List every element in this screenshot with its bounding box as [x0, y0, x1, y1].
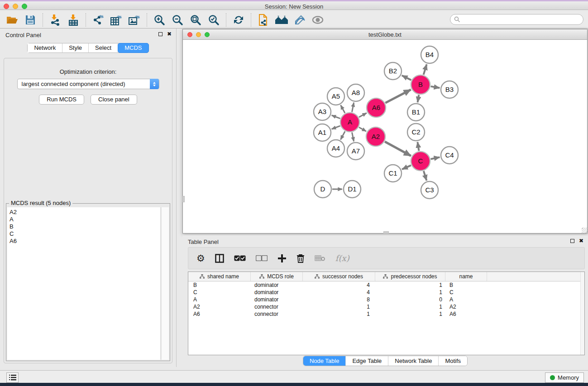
- edge-C-C3[interactable]: [424, 171, 427, 181]
- node-label-C4: C4: [445, 151, 454, 159]
- edge-A6-B[interactable]: [385, 90, 411, 103]
- tab-network-table[interactable]: Network Table: [388, 356, 439, 366]
- tab-node-table[interactable]: Node Table: [303, 356, 346, 366]
- table-row[interactable]: A2connector11A2: [188, 303, 584, 310]
- add-column-icon[interactable]: [277, 254, 287, 263]
- result-item[interactable]: A6: [10, 238, 160, 245]
- control-panel: Control Panel ✖ NetworkStyleSelectMCDS O…: [0, 29, 177, 367]
- edge-A-A2[interactable]: [359, 127, 366, 131]
- function-builder-icon[interactable]: f(x): [335, 253, 349, 263]
- edge-B-B2[interactable]: [402, 76, 411, 80]
- table-row[interactable]: A6connector11A6: [188, 310, 584, 318]
- edge-A-A4[interactable]: [340, 131, 345, 139]
- export-image-icon[interactable]: [128, 13, 141, 27]
- result-list-scrollbar[interactable]: [161, 207, 169, 360]
- export-table-icon[interactable]: [110, 13, 123, 27]
- tab-network[interactable]: Network: [28, 43, 62, 52]
- trash-icon[interactable]: [296, 254, 305, 263]
- network-hscroll-thumb[interactable]: [383, 231, 389, 234]
- network-vscroll-thumb[interactable]: [182, 196, 185, 202]
- list-icon: [9, 375, 16, 381]
- result-item[interactable]: A: [10, 216, 160, 223]
- edge-B-B3[interactable]: [431, 86, 440, 88]
- eye-icon[interactable]: [311, 13, 325, 27]
- edge-A-A7[interactable]: [352, 133, 354, 142]
- network-window-titlebar[interactable]: testGlobe.txt: [183, 29, 587, 40]
- tab-edge-table[interactable]: Edge Table: [346, 356, 388, 366]
- table-row[interactable]: Bdominator41B: [188, 281, 584, 289]
- deselect-all-icon[interactable]: [256, 255, 268, 261]
- memory-button[interactable]: Memory: [545, 372, 584, 383]
- node-label-B: B: [418, 81, 423, 88]
- zoom-out-icon[interactable]: [171, 13, 184, 27]
- home-icon[interactable]: [275, 13, 288, 27]
- table-row[interactable]: Adominator80A: [188, 296, 584, 303]
- node-label-C: C: [418, 157, 423, 165]
- select-all-icon[interactable]: [234, 255, 246, 261]
- column-header-predecessor-nodes[interactable]: predecessor nodes: [375, 272, 445, 281]
- optimization-criterion-dropdown[interactable]: largest connected component (directed): [17, 79, 159, 89]
- control-panel-tabs: NetworkStyleSelectMCDS: [27, 43, 148, 53]
- close-table-panel-icon[interactable]: ✖: [579, 238, 583, 243]
- column-header-MCDS-role[interactable]: MCDS role: [251, 272, 303, 281]
- node-label-C1: C1: [388, 169, 397, 177]
- resize-handle[interactable]: [582, 228, 587, 233]
- result-item[interactable]: B: [10, 223, 160, 230]
- edge-A-A1[interactable]: [332, 126, 340, 129]
- column-header-successor-nodes[interactable]: successor nodes: [303, 272, 375, 281]
- open-folder-icon[interactable]: [5, 13, 19, 27]
- gear-icon[interactable]: ⚙: [196, 253, 205, 264]
- main-toolbar: [0, 11, 588, 29]
- column-header-shared-name[interactable]: shared name: [188, 272, 251, 281]
- export-network-icon[interactable]: [91, 13, 105, 27]
- mcds-tab-content: Optimization criterion: largest connecte…: [4, 58, 172, 363]
- edge-C-C1[interactable]: [402, 165, 411, 169]
- hide-annotations-icon[interactable]: [293, 13, 306, 27]
- node-label-B2: B2: [389, 67, 397, 75]
- save-icon[interactable]: [24, 13, 37, 27]
- close-panel-button[interactable]: Close panel: [91, 95, 137, 105]
- search-input[interactable]: [450, 14, 583, 25]
- tab-style[interactable]: Style: [62, 43, 89, 52]
- edge-C-C4[interactable]: [431, 157, 440, 159]
- import-network-icon[interactable]: [48, 13, 62, 27]
- close-panel-icon[interactable]: ✖: [167, 32, 172, 36]
- mcds-result-list[interactable]: A2ABCA6: [7, 207, 161, 360]
- edge-A-A8[interactable]: [352, 103, 354, 112]
- float-table-panel-icon[interactable]: [570, 239, 574, 243]
- edge-C-C2[interactable]: [417, 142, 419, 151]
- network-file-icon[interactable]: [257, 13, 270, 27]
- zoom-in-icon[interactable]: [153, 13, 166, 27]
- column-label: name: [459, 273, 473, 280]
- edge-A-A5[interactable]: [341, 105, 345, 113]
- refresh-icon[interactable]: [232, 13, 245, 27]
- cell: connector: [251, 303, 303, 310]
- tab-mcds[interactable]: MCDS: [118, 43, 148, 53]
- network-canvas[interactable]: B4B2BB3A8A5A6A3B1AA1C2A2A4A7C4CC1C3DD1: [183, 40, 587, 233]
- import-table-icon[interactable]: [67, 13, 80, 27]
- node-label-A7: A7: [352, 147, 360, 155]
- run-mcds-button[interactable]: Run MCDS: [39, 95, 84, 105]
- sitemap-icon: [259, 274, 264, 279]
- zoom-selected-icon[interactable]: [207, 13, 220, 27]
- table-row[interactable]: Cdominator41C: [188, 289, 584, 296]
- edge-A2-C[interactable]: [385, 142, 411, 156]
- table-panel-title: Table Panel: [188, 238, 219, 245]
- tab-select[interactable]: Select: [89, 43, 118, 52]
- zoom-fit-icon[interactable]: [189, 13, 202, 27]
- table-scrollbar[interactable]: [580, 272, 584, 355]
- result-item[interactable]: A2: [10, 209, 160, 216]
- edge-B-B1[interactable]: [418, 95, 419, 103]
- task-history-button[interactable]: [6, 372, 19, 383]
- column-header-name[interactable]: name: [445, 272, 487, 281]
- cell: connector: [251, 310, 303, 318]
- delete-table-icon[interactable]: [315, 255, 325, 262]
- edge-B-B4[interactable]: [424, 64, 427, 75]
- float-panel-icon[interactable]: [158, 32, 163, 36]
- column-view-icon[interactable]: [215, 254, 224, 263]
- edge-A-A3[interactable]: [332, 115, 340, 119]
- edge-A-A6[interactable]: [359, 113, 367, 117]
- node-label-A8: A8: [352, 89, 360, 96]
- result-item[interactable]: C: [10, 230, 160, 238]
- tab-motifs[interactable]: Motifs: [439, 356, 467, 366]
